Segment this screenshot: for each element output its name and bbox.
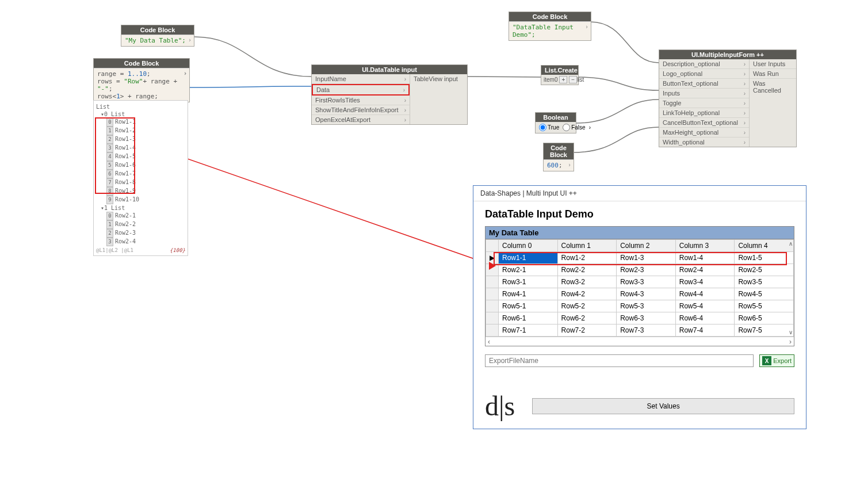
table-cell[interactable]: Row4-3 xyxy=(617,288,676,300)
radio-true[interactable]: True xyxy=(539,124,559,131)
table-cell[interactable]: Row7-3 xyxy=(617,324,676,337)
port-maxheight[interactable]: MaxHeight_optional› xyxy=(659,128,749,138)
port-linktohelp[interactable]: LinkToHelp_optional› xyxy=(659,108,749,118)
horizontal-scrollbar[interactable]: ‹› xyxy=(486,337,794,346)
col-header[interactable]: Column 0 xyxy=(499,240,558,252)
table-cell[interactable]: Row2-1 xyxy=(499,264,558,276)
table-cell[interactable]: Row4-2 xyxy=(557,288,617,300)
port-buttontext[interactable]: ButtonText_optional› xyxy=(659,79,749,89)
port-inputname[interactable]: InputName› xyxy=(312,74,410,84)
node-boolean[interactable]: Boolean True False › xyxy=(535,112,576,133)
node-header: Boolean xyxy=(536,113,576,122)
data-table[interactable]: Column 0 Column 1 Column 2 Column 3 Colu… xyxy=(486,239,794,337)
table-cell[interactable]: Row2-5 xyxy=(735,264,794,276)
port-firstrowistitles[interactable]: FirstRowIsTitles› xyxy=(312,96,410,105)
table-row[interactable]: Row7-1Row7-2Row7-3Row7-4Row7-5 xyxy=(486,324,794,337)
port-item0[interactable]: item0 xyxy=(544,77,557,83)
dialog-heading: DataTable Input Demo xyxy=(485,208,794,220)
add-item-button[interactable]: + xyxy=(559,76,567,83)
scroll-up-icon[interactable]: ∧ xyxy=(789,240,793,247)
node-header: UI.DataTable input xyxy=(312,65,467,74)
node-header: Code Block xyxy=(121,25,194,35)
table-cell[interactable]: Row6-5 xyxy=(735,312,794,324)
node-multiple-input-form[interactable]: UI.MultipleInputForm ++ Description_opti… xyxy=(659,49,797,147)
code-block-body[interactable]: range = 1..10;› rows = "Row"+ range + "-… xyxy=(94,68,189,102)
node-datatable-input[interactable]: UI.DataTable input InputName› Data› Firs… xyxy=(311,64,468,125)
table-cell[interactable]: Row2-2 xyxy=(557,264,617,276)
port-width[interactable]: Width_optional› xyxy=(659,138,749,147)
node-code-block-demo[interactable]: Code Block "DataTable Input Demo";› xyxy=(509,12,591,41)
port-list-output[interactable]: list xyxy=(577,77,584,83)
table-row[interactable]: Row3-1Row3-2Row3-3Row3-4Row3-5 xyxy=(486,276,794,288)
port-cancelbuttontext[interactable]: CancelButtonText_optional› xyxy=(659,118,749,128)
table-cell[interactable]: Row6-2 xyxy=(557,312,617,324)
table-cell[interactable]: Row3-1 xyxy=(499,276,558,288)
table-cell[interactable]: Row2-3 xyxy=(617,264,676,276)
table-row[interactable]: ▶Row1-1Row1-2Row1-3Row1-4Row1-5 xyxy=(486,252,794,264)
port-toggle[interactable]: Toggle› xyxy=(659,98,749,108)
table-cell[interactable]: Row7-5 xyxy=(735,324,794,337)
port-was-cancelled[interactable]: Was Cancelled xyxy=(750,79,796,95)
table-cell[interactable]: Row6-4 xyxy=(675,312,735,324)
excel-icon: X xyxy=(762,356,771,365)
table-cell[interactable]: Row1-1 xyxy=(499,252,558,264)
table-cell[interactable]: Row1-4 xyxy=(675,252,735,264)
port-user-inputs[interactable]: User Inputs xyxy=(750,59,796,69)
col-header[interactable]: Column 2 xyxy=(617,240,676,252)
table-cell[interactable]: Row5-3 xyxy=(617,300,676,312)
scroll-left-icon[interactable]: ‹ xyxy=(488,338,490,346)
table-row[interactable]: Row2-1Row2-2Row2-3Row2-4Row2-5 xyxy=(486,264,794,276)
export-filename-input[interactable] xyxy=(485,354,754,367)
table-row[interactable]: Row5-1Row5-2Row5-3Row5-4Row5-5 xyxy=(486,300,794,312)
col-header[interactable]: Column 4 xyxy=(735,240,794,252)
table-row[interactable]: Row4-1Row4-2Row4-3Row4-4Row4-5 xyxy=(486,288,794,300)
scroll-right-icon[interactable]: › xyxy=(789,338,792,346)
table-cell[interactable]: Row3-4 xyxy=(675,276,735,288)
node-list-create[interactable]: List.Create item0 + − list xyxy=(541,65,579,85)
scroll-down-icon[interactable]: ∨ xyxy=(789,329,793,335)
port-description[interactable]: Description_optional› xyxy=(659,59,749,69)
table-cell[interactable]: Row5-2 xyxy=(557,300,617,312)
node-header: UI.MultipleInputForm ++ xyxy=(659,50,796,59)
node-header: Code Block xyxy=(94,59,189,68)
table-cell[interactable]: Row7-2 xyxy=(557,324,617,337)
col-header[interactable]: Column 1 xyxy=(557,240,617,252)
col-header[interactable]: Column 3 xyxy=(675,240,735,252)
table-cell[interactable]: Row5-5 xyxy=(735,300,794,312)
set-values-button[interactable]: Set Values xyxy=(532,398,794,414)
table-cell[interactable]: Row3-3 xyxy=(617,276,676,288)
code-block-body[interactable]: "My Data Table";› xyxy=(121,35,194,46)
logo: d|s xyxy=(485,390,515,422)
port-showtitle[interactable]: ShowTitleAndFileInfoInExport› xyxy=(312,105,410,115)
table-cell[interactable]: Row2-4 xyxy=(675,264,735,276)
port-was-run[interactable]: Was Run xyxy=(750,69,796,79)
table-cell[interactable]: Row6-1 xyxy=(499,312,558,324)
port-logo[interactable]: Logo_optional› xyxy=(659,69,749,79)
remove-item-button[interactable]: − xyxy=(569,76,577,83)
table-cell[interactable]: Row5-4 xyxy=(675,300,735,312)
export-button[interactable]: X Export xyxy=(759,354,794,367)
node-code-block-range[interactable]: Code Block range = 1..10;› rows = "Row"+… xyxy=(93,58,190,102)
table-cell[interactable]: Row3-2 xyxy=(557,276,617,288)
table-cell[interactable]: Row4-4 xyxy=(675,288,735,300)
dialog-title: Data-Shapes | Multi Input UI ++ xyxy=(473,186,806,201)
node-code-block-600[interactable]: Code Block 600;› xyxy=(543,143,574,171)
table-cell[interactable]: Row4-5 xyxy=(735,288,794,300)
table-cell[interactable]: Row7-4 xyxy=(675,324,735,337)
table-cell[interactable]: Row6-3 xyxy=(617,312,676,324)
port-openexcel[interactable]: OpenExcelAtExport› xyxy=(312,115,410,124)
table-row[interactable]: Row6-1Row6-2Row6-3Row6-4Row6-5 xyxy=(486,312,794,324)
port-data[interactable]: Data› xyxy=(312,84,410,96)
table-cell[interactable]: Row1-3 xyxy=(617,252,676,264)
table-cell[interactable]: Row1-5 xyxy=(735,252,794,264)
table-cell[interactable]: Row7-1 xyxy=(499,324,558,337)
table-cell[interactable]: Row3-5 xyxy=(735,276,794,288)
chevron-right-icon: › xyxy=(188,37,192,43)
table-cell[interactable]: Row1-2 xyxy=(557,252,617,264)
node-code-block-title[interactable]: Code Block "My Data Table";› xyxy=(121,25,194,47)
port-tableview-output[interactable]: TableView input xyxy=(410,74,467,83)
radio-false[interactable]: False xyxy=(563,124,585,131)
port-inputs[interactable]: Inputs› xyxy=(659,89,749,98)
table-cell[interactable]: Row5-1 xyxy=(499,300,558,312)
table-cell[interactable]: Row4-1 xyxy=(499,288,558,300)
